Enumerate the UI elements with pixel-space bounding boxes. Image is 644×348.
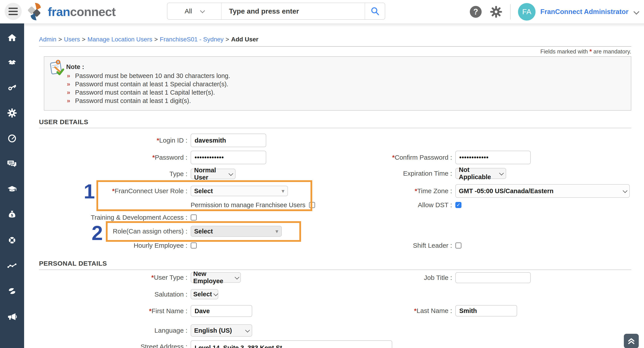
chevron-down-icon	[214, 292, 218, 296]
hamburger-menu-button[interactable]	[4, 3, 22, 20]
search-scope-dropdown[interactable]: All	[168, 3, 221, 19]
street-address-textarea[interactable]: Level 14, Suite 3, 383 Kent St	[191, 340, 392, 348]
note-item: »Password must contain at least 1 Specia…	[67, 80, 230, 88]
breadcrumb-link-admin[interactable]: Admin	[39, 36, 56, 43]
sidebar-item-home[interactable]	[7, 33, 17, 42]
form-row-password: *Password :	[39, 151, 266, 164]
svg-text:$: $	[11, 213, 13, 217]
field-label: Expiration Time :	[329, 170, 455, 177]
form-row-last-name: *Last Name :	[329, 305, 517, 317]
field-label: *Login ID :	[39, 137, 191, 144]
divider	[39, 269, 631, 270]
field-label: Shift Leader :	[329, 242, 455, 249]
search-input[interactable]: Type and press enter	[222, 3, 364, 19]
user-menu[interactable]: FranConnect Administrator	[540, 8, 628, 16]
password-note-box: Note : »Password must be between 10 and …	[44, 56, 631, 111]
header-right: ? FA FranConnect Administrator	[470, 0, 644, 23]
breadcrumb: Admin>Users>Manage Location Users>Franch…	[39, 36, 258, 43]
sidebar-item-support[interactable]	[7, 235, 17, 245]
permission-checkbox[interactable]: ✓	[309, 202, 315, 208]
form-row-time-zone: *Time Zone : GMT -05:00 US/Canada/Easter…	[329, 184, 630, 198]
field-label: Salutation :	[39, 291, 191, 298]
field-label: *Time Zone :	[329, 187, 455, 195]
form-row-job-title: Job Title :	[329, 272, 531, 283]
form-row-first-name: *First Name :	[39, 305, 252, 317]
job-title-input[interactable]	[455, 272, 531, 283]
breadcrumb-link-users[interactable]: Users	[64, 36, 80, 43]
note-title: Note :	[66, 63, 84, 70]
sidebar: $	[0, 23, 24, 348]
settings-gear-button[interactable]	[490, 6, 502, 18]
form-row-hourly-employee: Hourly Employee : ✓	[39, 241, 197, 250]
sidebar-item-announcements[interactable]	[7, 312, 17, 322]
divider	[39, 128, 631, 128]
top-header: franconnect All Type and press enter ?	[0, 0, 644, 23]
time-zone-select[interactable]: GMT -05:00 US/Canada/Eastern	[455, 184, 630, 198]
language-select[interactable]: English (US)	[191, 324, 252, 337]
user-type-select[interactable]: New Employee	[191, 272, 241, 283]
bullet-icon: »	[67, 97, 70, 104]
chevron-down-icon	[235, 275, 239, 279]
allow-dst-checkbox[interactable]: ✓	[455, 202, 462, 208]
field-label: Job Title :	[329, 274, 455, 281]
breadcrumb-link-manage-location-users[interactable]: Manage Location Users	[88, 36, 152, 43]
field-label: *First Name :	[39, 307, 191, 315]
avatar[interactable]: FA	[518, 3, 536, 20]
help-button[interactable]: ?	[470, 6, 482, 18]
note-item: »Password must be between 10 and 30 char…	[67, 72, 230, 80]
field-label: *FranConnect User Role :	[39, 187, 191, 195]
last-name-input[interactable]	[455, 305, 517, 317]
franconnect-logo[interactable]: franconnect	[26, 2, 116, 21]
franconnect-user-role-select[interactable]: Select▾	[191, 186, 288, 196]
training-access-checkbox[interactable]: ✓	[191, 214, 197, 221]
check-icon: ✓	[456, 203, 460, 207]
field-label: *Last Name :	[329, 307, 455, 315]
hamburger-icon	[8, 8, 18, 9]
sidebar-item-key[interactable]	[7, 82, 17, 92]
sidebar-item-training[interactable]	[7, 184, 17, 194]
confirm-password-input[interactable]	[455, 151, 531, 164]
field-label: Allow DST :	[329, 201, 455, 209]
note-item: »Password must contain at least 1 Capita…	[67, 88, 230, 97]
field-label: Permission to manage Franchisee Users	[191, 202, 306, 209]
asterisk: *	[590, 48, 592, 55]
chevron-down-icon	[228, 171, 233, 176]
bullet-icon: »	[67, 81, 70, 88]
form-row-confirm-password: *Confirm Password :	[329, 151, 531, 164]
form-row-expiration-time: Expiration Time : Not Applicable	[329, 168, 506, 179]
sidebar-item-handshake[interactable]	[7, 58, 17, 67]
dropdown-arrow-icon: ▾	[282, 188, 284, 194]
field-label: Role(Can assign others) :	[39, 228, 191, 235]
hourly-employee-checkbox[interactable]: ✓	[191, 242, 197, 249]
password-input[interactable]	[191, 151, 266, 164]
chevron-double-up-icon	[627, 337, 636, 345]
field-label: Hourly Employee :	[39, 242, 191, 249]
note-list: »Password must be between 10 and 30 char…	[67, 72, 230, 105]
sidebar-item-settings[interactable]	[7, 108, 17, 118]
form-row-salutation: Salutation : Select	[39, 289, 218, 299]
chevron-down-icon[interactable]	[634, 9, 640, 15]
chevron-down-icon	[200, 8, 205, 13]
form-row-language: Language : English (US)	[39, 324, 252, 337]
login-id-input[interactable]	[191, 134, 266, 147]
chevron-down-icon	[499, 171, 504, 175]
form-row-street-address: Street Address : Level 14, Suite 3, 383 …	[39, 340, 392, 348]
sidebar-item-sky[interactable]	[7, 286, 17, 296]
scroll-to-top-button[interactable]	[624, 334, 639, 348]
sidebar-item-dashboard[interactable]	[7, 134, 17, 143]
franconnect-logo-text: franconnect	[48, 4, 116, 19]
shift-leader-checkbox[interactable]: ✓	[455, 242, 462, 249]
breadcrumb-link-franchise[interactable]: FranchiseS01 - Sydney	[160, 36, 224, 43]
breadcrumb-current: Add User	[231, 36, 258, 43]
form-row-login-id: *Login ID :	[39, 134, 266, 147]
role-can-assign-others-select[interactable]: Select▾	[191, 226, 282, 237]
sidebar-item-finance[interactable]: $	[7, 210, 17, 219]
type-select[interactable]: Normal User	[191, 169, 236, 179]
salutation-select[interactable]: Select	[191, 289, 218, 299]
sidebar-item-messages[interactable]	[7, 159, 17, 169]
divider	[510, 4, 510, 19]
expiration-time-select[interactable]: Not Applicable	[455, 168, 506, 179]
sidebar-item-performance[interactable]	[7, 261, 17, 271]
search-button[interactable]	[365, 3, 385, 19]
first-name-input[interactable]	[191, 305, 252, 317]
